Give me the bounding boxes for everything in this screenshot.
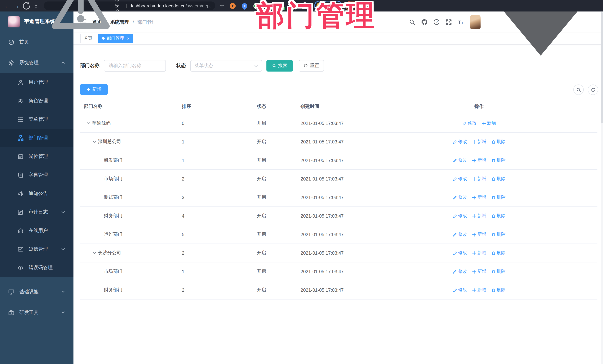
status-cell: 开启 [251, 176, 295, 182]
font-size-icon[interactable]: TT [458, 19, 464, 25]
check-extension-icon[interactable] [253, 2, 260, 9]
reload-icon[interactable] [22, 1, 31, 11]
delete-action-link[interactable]: 删除 [491, 213, 506, 219]
plus-icon [472, 232, 476, 237]
help-icon[interactable]: ? [433, 19, 440, 25]
gear-icon [8, 59, 14, 66]
browser-update-button[interactable]: 更新 ⋮ [346, 0, 370, 11]
status-select[interactable]: 菜单状态 [190, 60, 262, 71]
browser-menu-icon[interactable]: ⋮ [362, 3, 367, 9]
sidebar-item-dev-tools[interactable]: 研发工具 [0, 302, 73, 323]
database-extension-icon[interactable]: on [278, 3, 284, 9]
sidebar-item-post-management[interactable]: 岗位管理 [0, 147, 73, 166]
edit-action-link[interactable]: 修改 [452, 231, 467, 238]
expand-arrow-icon[interactable] [93, 251, 98, 255]
sidebar-item-role-management[interactable]: 角色管理 [0, 92, 73, 110]
trash-icon [491, 158, 496, 163]
sidebar-item-user-management[interactable]: 用户管理 [0, 73, 73, 92]
delete-action-link[interactable]: 删除 [491, 250, 506, 256]
edit-action-link[interactable]: 修改 [452, 268, 467, 275]
home-icon[interactable]: ⌂ [31, 3, 41, 9]
user-avatar[interactable] [470, 15, 481, 29]
search-icon[interactable] [409, 19, 415, 25]
pencil-icon [452, 158, 457, 163]
sidebar-item-menu-management[interactable]: 菜单管理 [0, 110, 73, 129]
sidebar-item-online-users[interactable]: 在线用户 [0, 221, 73, 240]
sidebar-item-dept-management[interactable]: 部门管理 [0, 129, 73, 147]
bookmark-star-icon[interactable]: ☆ [220, 3, 224, 9]
sort-cell: 1 [176, 139, 251, 144]
trash-icon [491, 214, 496, 218]
edit-action-link[interactable]: 修改 [452, 213, 467, 219]
key-extension-icon[interactable] [290, 3, 296, 9]
add-action-link[interactable]: 新增 [472, 176, 486, 182]
browser-profile-chip[interactable]: 已暂停 [314, 0, 342, 11]
edit-action-link[interactable]: 修改 [452, 157, 467, 164]
forward-icon[interactable]: → [12, 3, 22, 9]
plus-icon [472, 140, 476, 144]
delete-action-link[interactable]: 删除 [491, 287, 506, 293]
add-action-link[interactable]: 新增 [472, 194, 486, 200]
edit-action-link[interactable]: 修改 [452, 287, 467, 293]
puzzle-extension-icon[interactable] [302, 3, 307, 9]
add-action-link[interactable]: 新增 [472, 250, 486, 256]
refresh-table-button[interactable] [588, 85, 598, 95]
add-action-link[interactable]: 新增 [472, 231, 486, 238]
chevron-down-icon [61, 289, 65, 294]
delete-action-link[interactable]: 删除 [491, 268, 506, 275]
search-button[interactable]: 搜索 [267, 60, 293, 71]
sidebar-item-dict-management[interactable]: 字典管理 [0, 166, 73, 184]
created-time-cell: 2021-01-05 17:03:47 [295, 139, 401, 144]
add-button[interactable]: 新增 [80, 84, 108, 95]
main-content: 首页/ 系统管理/ 部门管理 ? TT 首页 部门管理 × [73, 11, 603, 364]
status-cell: 开启 [251, 287, 295, 293]
gear-extension-icon[interactable] [230, 3, 235, 9]
edit-action-link[interactable]: 修改 [452, 250, 467, 256]
expand-arrow-icon[interactable] [93, 140, 98, 144]
back-icon[interactable]: ← [2, 3, 12, 9]
toggle-search-button[interactable] [573, 85, 584, 95]
edit-action-link[interactable]: 修改 [462, 120, 477, 126]
delete-action-link[interactable]: 删除 [491, 176, 506, 182]
trash-icon [491, 177, 496, 181]
chevron-down-icon [61, 210, 65, 214]
add-action-link[interactable]: 新增 [472, 139, 486, 145]
add-action-link[interactable]: 新增 [472, 213, 486, 219]
reset-button[interactable]: 重置 [299, 60, 324, 71]
edit-action-link[interactable]: 修改 [452, 139, 467, 145]
add-action-link[interactable]: 新增 [481, 120, 496, 126]
pin-extension-icon[interactable] [241, 2, 248, 10]
sidebar-item-error-code-management[interactable]: 错误码管理 [0, 258, 73, 277]
sidebar: 芋道管理系统 首页系统管理用户管理角色管理菜单管理部门管理岗位管理字典管理通知公… [0, 11, 73, 364]
profile-emoji-avatar [316, 3, 323, 9]
page-scrollbar[interactable] [601, 11, 603, 364]
squares-extension-icon[interactable] [266, 3, 272, 9]
add-action-link[interactable]: 新增 [472, 157, 486, 164]
sidebar-item-notice[interactable]: 通知公告 [0, 184, 73, 203]
dept-name-cell: 测试部门 [104, 194, 122, 200]
pencil-icon [452, 269, 457, 274]
sidebar-item-infrastructure[interactable]: 基础设施 [0, 281, 73, 302]
delete-action-link[interactable]: 删除 [491, 139, 506, 145]
header-actions: ? TT [409, 11, 596, 33]
dept-name-input[interactable] [104, 60, 166, 71]
delete-action-link[interactable]: 删除 [491, 231, 506, 238]
delete-action-link[interactable]: 删除 [491, 157, 506, 164]
users-icon [17, 98, 24, 104]
created-time-cell: 2021-01-05 17:03:47 [295, 176, 401, 181]
fullscreen-icon[interactable] [446, 19, 452, 25]
add-action-link[interactable]: 新增 [472, 268, 486, 275]
add-action-link[interactable]: 新增 [472, 287, 486, 293]
github-icon[interactable] [421, 19, 428, 25]
sidebar-item-system-management[interactable]: 系统管理 [0, 52, 73, 73]
edit-action-link[interactable]: 修改 [452, 194, 467, 200]
address-bar[interactable]: 不安全 dashboard.yudao.iocoder.cn/system/de… [44, 1, 215, 10]
edit-action-link[interactable]: 修改 [452, 176, 467, 182]
expand-arrow-icon[interactable] [86, 121, 92, 125]
close-icon[interactable]: × [127, 36, 129, 41]
dept-name-cell: 财务部门 [104, 287, 122, 293]
delete-action-link[interactable]: 删除 [491, 194, 506, 200]
sidebar-item-audit-log[interactable]: 审计日志 [0, 203, 73, 221]
sidebar-item-sms-management[interactable]: 短信管理 [0, 240, 73, 258]
sort-cell: 2 [176, 287, 251, 293]
